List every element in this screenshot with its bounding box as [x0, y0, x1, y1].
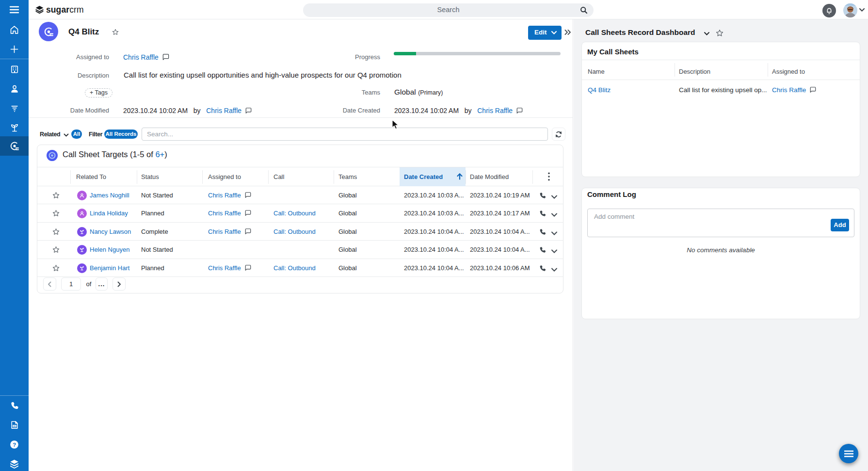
svg-text:?: ?: [13, 441, 16, 448]
